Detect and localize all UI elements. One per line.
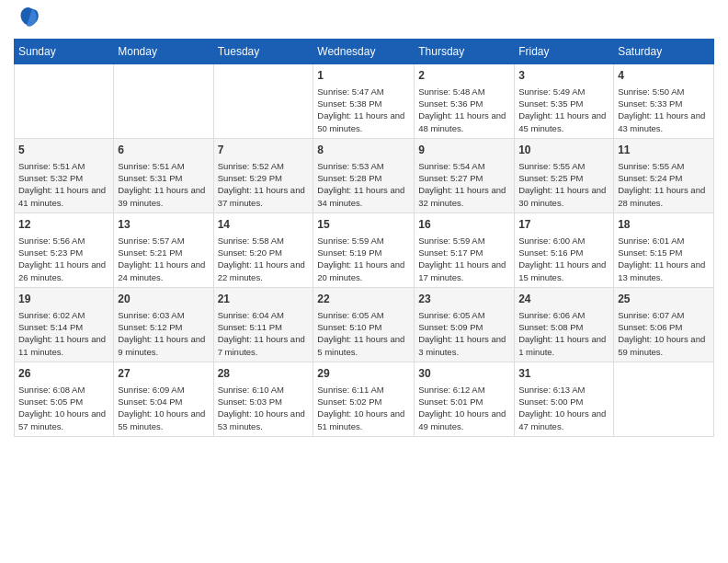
calendar-cell: 24Sunrise: 6:06 AM Sunset: 5:08 PM Dayli… bbox=[515, 287, 614, 362]
day-number: 10 bbox=[518, 143, 609, 158]
calendar-cell: 5Sunrise: 5:51 AM Sunset: 5:32 PM Daylig… bbox=[15, 138, 114, 213]
day-number: 31 bbox=[518, 366, 609, 382]
day-number: 29 bbox=[317, 366, 410, 382]
day-info: Sunrise: 5:55 AM Sunset: 5:24 PM Dayligh… bbox=[618, 160, 710, 209]
day-number: 19 bbox=[18, 292, 109, 307]
day-info: Sunrise: 5:51 AM Sunset: 5:32 PM Dayligh… bbox=[18, 160, 109, 209]
day-number: 3 bbox=[518, 68, 609, 84]
day-number: 7 bbox=[218, 143, 310, 158]
calendar-cell bbox=[15, 64, 114, 139]
calendar-cell: 1Sunrise: 5:47 AM Sunset: 5:38 PM Daylig… bbox=[313, 64, 415, 139]
calendar-cell: 15Sunrise: 5:59 AM Sunset: 5:19 PM Dayli… bbox=[313, 213, 415, 287]
day-number: 4 bbox=[618, 68, 710, 84]
calendar-cell: 31Sunrise: 6:13 AM Sunset: 5:00 PM Dayli… bbox=[515, 362, 614, 436]
day-number: 20 bbox=[118, 292, 209, 307]
day-info: Sunrise: 5:54 AM Sunset: 5:27 PM Dayligh… bbox=[418, 160, 510, 209]
day-number: 9 bbox=[418, 143, 510, 158]
day-number: 6 bbox=[118, 143, 209, 158]
day-number: 21 bbox=[218, 292, 310, 307]
day-number: 5 bbox=[18, 143, 109, 158]
day-info: Sunrise: 6:07 AM Sunset: 5:06 PM Dayligh… bbox=[618, 309, 710, 358]
day-info: Sunrise: 5:52 AM Sunset: 5:29 PM Dayligh… bbox=[218, 160, 310, 209]
day-number: 18 bbox=[618, 217, 710, 233]
day-info: Sunrise: 6:05 AM Sunset: 5:10 PM Dayligh… bbox=[317, 309, 410, 358]
day-info: Sunrise: 6:00 AM Sunset: 5:16 PM Dayligh… bbox=[518, 235, 609, 283]
day-number: 11 bbox=[618, 143, 710, 158]
calendar-cell: 2Sunrise: 5:48 AM Sunset: 5:36 PM Daylig… bbox=[415, 64, 515, 139]
day-number: 8 bbox=[317, 143, 410, 158]
calendar-cell: 6Sunrise: 5:51 AM Sunset: 5:31 PM Daylig… bbox=[114, 138, 213, 213]
day-number: 12 bbox=[18, 217, 109, 233]
day-info: Sunrise: 6:04 AM Sunset: 5:11 PM Dayligh… bbox=[218, 309, 310, 358]
day-info: Sunrise: 5:53 AM Sunset: 5:28 PM Dayligh… bbox=[317, 160, 410, 209]
day-info: Sunrise: 5:49 AM Sunset: 5:35 PM Dayligh… bbox=[518, 86, 609, 134]
day-number: 16 bbox=[418, 217, 510, 233]
day-info: Sunrise: 6:03 AM Sunset: 5:12 PM Dayligh… bbox=[118, 309, 209, 358]
day-info: Sunrise: 6:02 AM Sunset: 5:14 PM Dayligh… bbox=[18, 309, 109, 358]
day-info: Sunrise: 5:55 AM Sunset: 5:25 PM Dayligh… bbox=[518, 160, 609, 209]
day-info: Sunrise: 5:58 AM Sunset: 5:20 PM Dayligh… bbox=[218, 235, 310, 283]
calendar-cell: 16Sunrise: 5:59 AM Sunset: 5:17 PM Dayli… bbox=[415, 213, 515, 287]
calendar-cell: 20Sunrise: 6:03 AM Sunset: 5:12 PM Dayli… bbox=[114, 287, 213, 362]
weekday-header-row: SundayMondayTuesdayWednesdayThursdayFrid… bbox=[15, 40, 714, 64]
calendar-cell bbox=[614, 362, 714, 436]
calendar-week-row: 19Sunrise: 6:02 AM Sunset: 5:14 PM Dayli… bbox=[15, 287, 714, 362]
calendar-cell: 28Sunrise: 6:10 AM Sunset: 5:03 PM Dayli… bbox=[213, 362, 313, 436]
day-info: Sunrise: 6:13 AM Sunset: 5:00 PM Dayligh… bbox=[518, 384, 609, 432]
day-info: Sunrise: 6:06 AM Sunset: 5:08 PM Dayligh… bbox=[518, 309, 609, 358]
day-number: 2 bbox=[418, 68, 510, 84]
calendar-cell: 14Sunrise: 5:58 AM Sunset: 5:20 PM Dayli… bbox=[213, 213, 313, 287]
day-info: Sunrise: 5:48 AM Sunset: 5:36 PM Dayligh… bbox=[418, 86, 510, 134]
calendar-cell: 25Sunrise: 6:07 AM Sunset: 5:06 PM Dayli… bbox=[614, 287, 714, 362]
calendar-cell bbox=[114, 64, 213, 139]
calendar-week-row: 12Sunrise: 5:56 AM Sunset: 5:23 PM Dayli… bbox=[15, 213, 714, 287]
page-header bbox=[14, 9, 714, 31]
calendar-cell: 17Sunrise: 6:00 AM Sunset: 5:16 PM Dayli… bbox=[515, 213, 614, 287]
calendar-cell: 7Sunrise: 5:52 AM Sunset: 5:29 PM Daylig… bbox=[213, 138, 313, 213]
calendar-cell: 18Sunrise: 6:01 AM Sunset: 5:15 PM Dayli… bbox=[614, 213, 714, 287]
day-info: Sunrise: 5:59 AM Sunset: 5:17 PM Dayligh… bbox=[418, 235, 510, 283]
weekday-header: Monday bbox=[114, 40, 213, 64]
calendar-cell: 23Sunrise: 6:05 AM Sunset: 5:09 PM Dayli… bbox=[415, 287, 515, 362]
calendar-table: SundayMondayTuesdayWednesdayThursdayFrid… bbox=[14, 39, 714, 437]
calendar-cell: 3Sunrise: 5:49 AM Sunset: 5:35 PM Daylig… bbox=[515, 64, 614, 139]
calendar-cell: 4Sunrise: 5:50 AM Sunset: 5:33 PM Daylig… bbox=[614, 64, 714, 139]
day-number: 22 bbox=[317, 292, 410, 307]
weekday-header: Sunday bbox=[15, 40, 114, 64]
day-info: Sunrise: 5:50 AM Sunset: 5:33 PM Dayligh… bbox=[618, 86, 710, 134]
calendar-cell: 12Sunrise: 5:56 AM Sunset: 5:23 PM Dayli… bbox=[15, 213, 114, 287]
day-number: 13 bbox=[118, 217, 209, 233]
day-number: 30 bbox=[418, 366, 510, 382]
calendar-cell: 22Sunrise: 6:05 AM Sunset: 5:10 PM Dayli… bbox=[313, 287, 415, 362]
calendar-cell: 10Sunrise: 5:55 AM Sunset: 5:25 PM Dayli… bbox=[515, 138, 614, 213]
calendar-cell: 21Sunrise: 6:04 AM Sunset: 5:11 PM Dayli… bbox=[213, 287, 313, 362]
day-info: Sunrise: 6:12 AM Sunset: 5:01 PM Dayligh… bbox=[418, 384, 510, 432]
calendar-cell: 27Sunrise: 6:09 AM Sunset: 5:04 PM Dayli… bbox=[114, 362, 213, 436]
day-number: 15 bbox=[317, 217, 410, 233]
logo bbox=[14, 9, 41, 31]
calendar-cell: 26Sunrise: 6:08 AM Sunset: 5:05 PM Dayli… bbox=[15, 362, 114, 436]
day-info: Sunrise: 6:09 AM Sunset: 5:04 PM Dayligh… bbox=[118, 384, 209, 432]
weekday-header: Wednesday bbox=[313, 40, 415, 64]
weekday-header: Thursday bbox=[415, 40, 515, 64]
logo-icon bbox=[16, 6, 41, 31]
day-info: Sunrise: 5:51 AM Sunset: 5:31 PM Dayligh… bbox=[118, 160, 209, 209]
day-number: 25 bbox=[618, 292, 710, 307]
day-info: Sunrise: 6:10 AM Sunset: 5:03 PM Dayligh… bbox=[218, 384, 310, 432]
day-info: Sunrise: 6:11 AM Sunset: 5:02 PM Dayligh… bbox=[317, 384, 410, 432]
day-number: 14 bbox=[218, 217, 310, 233]
day-info: Sunrise: 5:59 AM Sunset: 5:19 PM Dayligh… bbox=[317, 235, 410, 283]
calendar-cell: 9Sunrise: 5:54 AM Sunset: 5:27 PM Daylig… bbox=[415, 138, 515, 213]
day-number: 27 bbox=[118, 366, 209, 382]
day-number: 17 bbox=[518, 217, 609, 233]
calendar-cell: 8Sunrise: 5:53 AM Sunset: 5:28 PM Daylig… bbox=[313, 138, 415, 213]
weekday-header: Saturday bbox=[614, 40, 714, 64]
day-info: Sunrise: 6:08 AM Sunset: 5:05 PM Dayligh… bbox=[18, 384, 109, 432]
calendar-cell: 19Sunrise: 6:02 AM Sunset: 5:14 PM Dayli… bbox=[15, 287, 114, 362]
day-number: 23 bbox=[418, 292, 510, 307]
day-number: 24 bbox=[518, 292, 609, 307]
day-info: Sunrise: 5:47 AM Sunset: 5:38 PM Dayligh… bbox=[317, 86, 410, 134]
day-info: Sunrise: 5:57 AM Sunset: 5:21 PM Dayligh… bbox=[118, 235, 209, 283]
calendar-week-row: 26Sunrise: 6:08 AM Sunset: 5:05 PM Dayli… bbox=[15, 362, 714, 436]
calendar-cell: 30Sunrise: 6:12 AM Sunset: 5:01 PM Dayli… bbox=[415, 362, 515, 436]
